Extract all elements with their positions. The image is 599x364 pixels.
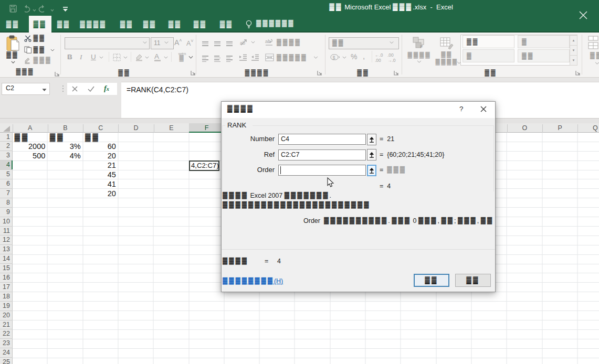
svg-text:ab: ab bbox=[240, 40, 245, 46]
svg-text:$: $ bbox=[333, 55, 335, 60]
svg-text:ab: ab bbox=[265, 38, 271, 44]
svg-text:≠: ≠ bbox=[420, 44, 423, 49]
